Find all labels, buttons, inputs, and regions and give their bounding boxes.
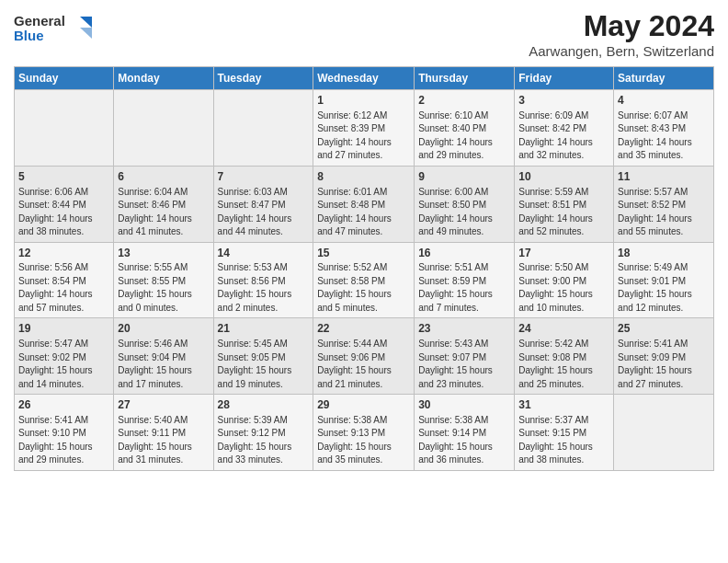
- day-info: Sunrise: 6:07 AM Sunset: 8:43 PM Dayligh…: [618, 109, 710, 163]
- day-info: Sunrise: 5:38 AM Sunset: 9:14 PM Dayligh…: [418, 414, 510, 467]
- table-row: 9Sunrise: 6:00 AM Sunset: 8:50 PM Daylig…: [415, 166, 515, 242]
- table-row: [114, 90, 213, 167]
- day-number: 27: [118, 397, 209, 413]
- day-info: Sunrise: 5:53 AM Sunset: 8:56 PM Dayligh…: [218, 261, 310, 315]
- table-row: 15Sunrise: 5:52 AM Sunset: 8:58 PM Dayli…: [313, 242, 415, 318]
- day-number: 11: [618, 169, 710, 185]
- table-row: 2Sunrise: 6:10 AM Sunset: 8:40 PM Daylig…: [415, 90, 515, 167]
- page: General Blue May 2024 Aarwangen, Bern, S…: [0, 0, 728, 563]
- table-row: 21Sunrise: 5:45 AM Sunset: 9:05 PM Dayli…: [213, 318, 313, 395]
- table-row: 23Sunrise: 5:43 AM Sunset: 9:07 PM Dayli…: [415, 318, 515, 395]
- table-row: 18Sunrise: 5:49 AM Sunset: 9:01 PM Dayli…: [614, 242, 714, 318]
- table-row: 4Sunrise: 6:07 AM Sunset: 8:43 PM Daylig…: [614, 90, 714, 167]
- table-row: 20Sunrise: 5:46 AM Sunset: 9:04 PM Dayli…: [114, 318, 213, 395]
- day-number: 17: [518, 246, 609, 261]
- day-info: Sunrise: 5:39 AM Sunset: 9:12 PM Dayligh…: [218, 414, 310, 467]
- day-number: 31: [518, 397, 609, 413]
- day-number: 25: [618, 321, 710, 337]
- day-number: 10: [518, 169, 609, 185]
- day-number: 6: [118, 169, 209, 185]
- day-number: 16: [418, 246, 510, 261]
- main-title: May 2024: [529, 9, 714, 43]
- day-number: 3: [518, 93, 609, 109]
- svg-marker-3: [80, 28, 92, 39]
- table-row: [15, 90, 114, 167]
- day-info: Sunrise: 5:49 AM Sunset: 9:01 PM Dayligh…: [618, 261, 710, 315]
- day-info: Sunrise: 5:41 AM Sunset: 9:09 PM Dayligh…: [618, 338, 710, 391]
- day-info: Sunrise: 6:03 AM Sunset: 8:47 PM Dayligh…: [218, 186, 310, 239]
- day-number: 28: [218, 397, 310, 413]
- day-number: 8: [317, 169, 410, 185]
- table-row: 11Sunrise: 5:57 AM Sunset: 8:52 PM Dayli…: [614, 166, 714, 242]
- table-row: 1Sunrise: 6:12 AM Sunset: 8:39 PM Daylig…: [313, 90, 415, 167]
- table-row: 14Sunrise: 5:53 AM Sunset: 8:56 PM Dayli…: [213, 242, 313, 318]
- table-row: 12Sunrise: 5:56 AM Sunset: 8:54 PM Dayli…: [15, 242, 114, 318]
- table-row: 26Sunrise: 5:41 AM Sunset: 9:10 PM Dayli…: [15, 395, 114, 471]
- day-number: 24: [518, 321, 609, 337]
- table-row: 5Sunrise: 6:06 AM Sunset: 8:44 PM Daylig…: [15, 166, 114, 242]
- day-info: Sunrise: 5:38 AM Sunset: 9:13 PM Dayligh…: [317, 414, 410, 467]
- table-row: 22Sunrise: 5:44 AM Sunset: 9:06 PM Dayli…: [313, 318, 415, 395]
- day-number: 30: [418, 397, 510, 413]
- logo: General Blue: [14, 9, 97, 50]
- day-info: Sunrise: 5:45 AM Sunset: 9:05 PM Dayligh…: [218, 338, 310, 391]
- day-info: Sunrise: 5:57 AM Sunset: 8:52 PM Dayligh…: [618, 186, 710, 239]
- day-info: Sunrise: 5:52 AM Sunset: 8:58 PM Dayligh…: [317, 261, 410, 315]
- table-row: 19Sunrise: 5:47 AM Sunset: 9:02 PM Dayli…: [15, 318, 114, 395]
- col-wednesday: Wednesday: [313, 67, 415, 90]
- day-info: Sunrise: 6:10 AM Sunset: 8:40 PM Dayligh…: [418, 109, 510, 163]
- svg-marker-2: [80, 17, 92, 28]
- table-row: 29Sunrise: 5:38 AM Sunset: 9:13 PM Dayli…: [313, 395, 415, 471]
- day-number: 12: [18, 246, 109, 261]
- calendar: Sunday Monday Tuesday Wednesday Thursday…: [14, 66, 714, 471]
- day-number: 22: [317, 321, 410, 337]
- col-tuesday: Tuesday: [213, 67, 313, 90]
- table-row: 3Sunrise: 6:09 AM Sunset: 8:42 PM Daylig…: [515, 90, 614, 167]
- day-info: Sunrise: 5:56 AM Sunset: 8:54 PM Dayligh…: [18, 261, 109, 315]
- day-info: Sunrise: 5:47 AM Sunset: 9:02 PM Dayligh…: [18, 338, 109, 391]
- day-number: 20: [118, 321, 209, 337]
- table-row: 31Sunrise: 5:37 AM Sunset: 9:15 PM Dayli…: [515, 395, 614, 471]
- day-number: 15: [317, 246, 410, 261]
- day-info: Sunrise: 6:09 AM Sunset: 8:42 PM Dayligh…: [518, 109, 609, 163]
- day-info: Sunrise: 6:06 AM Sunset: 8:44 PM Dayligh…: [18, 186, 109, 239]
- col-saturday: Saturday: [614, 67, 714, 90]
- col-sunday: Sunday: [15, 67, 114, 90]
- day-number: 14: [218, 246, 310, 261]
- day-info: Sunrise: 5:37 AM Sunset: 9:15 PM Dayligh…: [518, 414, 609, 467]
- day-info: Sunrise: 5:43 AM Sunset: 9:07 PM Dayligh…: [418, 338, 510, 391]
- day-info: Sunrise: 6:04 AM Sunset: 8:46 PM Dayligh…: [118, 186, 209, 239]
- table-row: 27Sunrise: 5:40 AM Sunset: 9:11 PM Dayli…: [114, 395, 213, 471]
- table-row: 30Sunrise: 5:38 AM Sunset: 9:14 PM Dayli…: [415, 395, 515, 471]
- day-number: 21: [218, 321, 310, 337]
- day-number: 29: [317, 397, 410, 413]
- table-row: [614, 395, 714, 471]
- table-row: 24Sunrise: 5:42 AM Sunset: 9:08 PM Dayli…: [515, 318, 614, 395]
- day-info: Sunrise: 5:59 AM Sunset: 8:51 PM Dayligh…: [518, 186, 609, 239]
- col-friday: Friday: [515, 67, 614, 90]
- svg-text:Blue: Blue: [14, 28, 44, 43]
- subtitle: Aarwangen, Bern, Switzerland: [529, 43, 714, 59]
- day-info: Sunrise: 6:12 AM Sunset: 8:39 PM Dayligh…: [317, 109, 410, 163]
- day-info: Sunrise: 5:50 AM Sunset: 9:00 PM Dayligh…: [518, 261, 609, 315]
- table-row: 10Sunrise: 5:59 AM Sunset: 8:51 PM Dayli…: [515, 166, 614, 242]
- day-info: Sunrise: 5:41 AM Sunset: 9:10 PM Dayligh…: [18, 414, 109, 467]
- day-number: 23: [418, 321, 510, 337]
- table-row: 7Sunrise: 6:03 AM Sunset: 8:47 PM Daylig…: [213, 166, 313, 242]
- table-row: 13Sunrise: 5:55 AM Sunset: 8:55 PM Dayli…: [114, 242, 213, 318]
- table-row: 17Sunrise: 5:50 AM Sunset: 9:00 PM Dayli…: [515, 242, 614, 318]
- logo-text: General Blue: [14, 9, 97, 50]
- day-number: 19: [18, 321, 109, 337]
- day-number: 18: [618, 246, 710, 261]
- day-number: 26: [18, 397, 109, 413]
- day-info: Sunrise: 5:55 AM Sunset: 8:55 PM Dayligh…: [118, 261, 209, 315]
- day-number: 13: [118, 246, 209, 261]
- title-block: May 2024 Aarwangen, Bern, Switzerland: [529, 9, 714, 59]
- day-number: 5: [18, 169, 109, 185]
- day-number: 2: [418, 93, 510, 109]
- day-info: Sunrise: 5:51 AM Sunset: 8:59 PM Dayligh…: [418, 261, 510, 315]
- svg-text:General: General: [14, 13, 65, 29]
- day-info: Sunrise: 6:00 AM Sunset: 8:50 PM Dayligh…: [418, 186, 510, 239]
- day-number: 9: [418, 169, 510, 185]
- col-thursday: Thursday: [415, 67, 515, 90]
